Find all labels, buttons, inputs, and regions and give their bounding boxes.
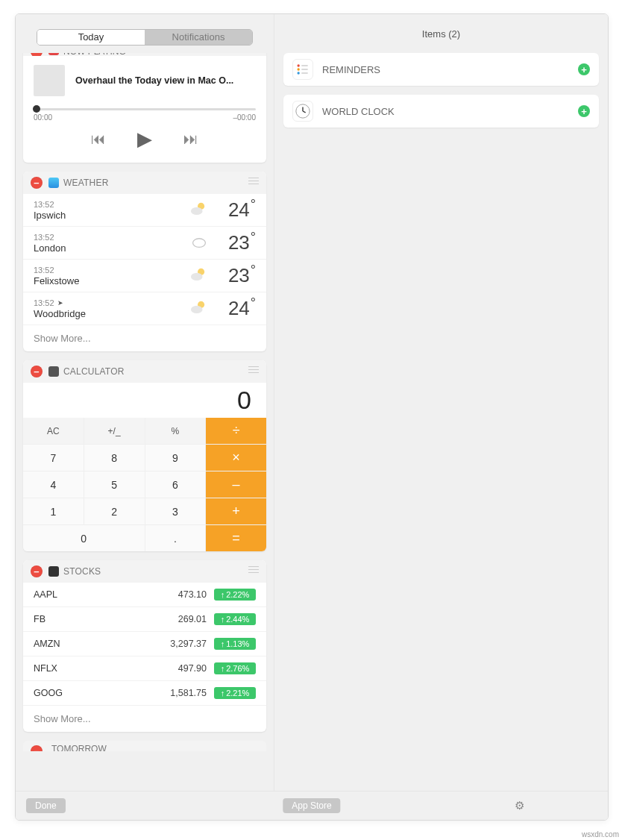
tomorrow-title: TOMORROW [51,744,107,751]
calc-key-7[interactable]: 7 [23,445,84,471]
weather-city: London [34,242,187,254]
remove-icon[interactable] [31,53,43,56]
stock-change-badge: ↑1.13% [214,638,256,650]
available-item-reminders[interactable]: REMINDERS + [283,53,599,86]
calc-key-percent[interactable]: % [145,418,206,444]
calculator-title: CALCULATOR [63,366,125,377]
location-icon: ➤ [57,299,63,307]
calc-key-add[interactable]: + [206,498,266,524]
stock-row[interactable]: NFLX 497.90 ↑2.76% [23,656,266,681]
items-title: Items (2) [274,14,608,53]
show-more-button[interactable]: Show More... [23,325,266,351]
svg-point-1 [191,207,203,215]
stock-price: 473.10 [154,589,207,600]
remove-icon[interactable] [31,565,43,577]
stock-row[interactable]: AAPL 473.10 ↑2.22% [23,583,266,607]
calc-key-subtract[interactable]: – [206,471,266,498]
stock-price: 269.01 [154,614,207,624]
svg-point-2 [193,239,206,248]
weather-time: 13:52 [34,266,187,275]
weather-time: 13:52 ➤ [34,298,187,307]
calculator-icon [48,366,59,377]
stock-change-badge: ↑2.44% [214,613,256,625]
remove-icon[interactable] [31,177,43,189]
notification-center-window: Today Notifications NOW PLAYING [15,13,609,821]
weather-row[interactable]: 13:52 Ipswich 24° [23,194,266,227]
weather-row[interactable]: 13:52 Felixstowe 23° [23,260,266,292]
stock-row[interactable]: GOOG 1,581.75 ↑2.21% [23,681,266,706]
up-arrow-icon: ↑ [221,689,225,698]
play-icon[interactable]: ▶ [137,128,152,151]
calc-key-5[interactable]: 5 [84,471,145,498]
calc-key-multiply[interactable]: × [206,445,266,471]
stock-symbol: FB [34,614,154,624]
calc-key-ac[interactable]: AC [23,418,84,444]
add-icon[interactable]: + [578,63,590,75]
svg-point-6 [191,306,203,313]
weather-row[interactable]: 13:52 ➤ Woodbridge 24° [23,292,266,325]
drag-handle-icon[interactable] [248,366,259,375]
calculator-header: CALCULATOR [23,360,266,383]
partly-cloudy-icon [187,200,211,220]
album-art [34,65,65,96]
drag-handle-icon[interactable] [248,53,259,55]
stock-row[interactable]: FB 269.01 ↑2.44% [23,607,266,632]
calc-key-2[interactable]: 2 [84,498,145,524]
now-playing-widget: NOW PLAYING Overhaul the Today view in M… [23,53,266,163]
stock-change-badge: ↑2.76% [214,662,256,674]
stock-change-badge: ↑2.22% [214,589,256,601]
stock-row[interactable]: AMZN 3,297.37 ↑1.13% [23,632,266,656]
weather-time: 13:52 [34,200,187,209]
drag-handle-icon[interactable] [248,566,259,575]
forward-icon[interactable]: ⏭ [183,131,198,148]
stock-symbol: GOOG [34,688,154,698]
cloud-icon [187,233,211,253]
remove-icon[interactable] [31,745,43,751]
scrubber-knob-icon[interactable] [33,105,40,113]
calc-key-0[interactable]: 0 [23,525,145,551]
calc-key-equals[interactable]: = [206,525,266,551]
widgets-scroll[interactable]: NOW PLAYING Overhaul the Today view in M… [16,53,274,791]
show-more-button[interactable]: Show More... [23,706,266,732]
calc-key-1[interactable]: 1 [23,498,84,524]
playback-slider[interactable] [34,108,256,110]
app-store-button[interactable]: App Store [283,798,340,813]
weather-temp: 24° [216,297,256,320]
calc-key-dot[interactable]: . [145,525,206,551]
weather-temp: 24° [216,198,256,222]
add-icon[interactable]: + [578,105,590,117]
tab-today[interactable]: Today [37,30,145,45]
available-item-label: WORLD CLOCK [322,106,395,117]
calc-key-3[interactable]: 3 [145,498,206,524]
remove-icon[interactable] [31,366,43,377]
weather-temp: 23° [216,231,256,254]
calc-key-9[interactable]: 9 [145,445,206,471]
weather-icon [48,178,59,188]
rewind-icon[interactable]: ⏮ [91,131,106,148]
done-button[interactable]: Done [26,798,66,813]
available-item-label: REMINDERS [322,64,380,75]
up-arrow-icon: ↑ [221,639,225,648]
calc-key-8[interactable]: 8 [84,445,145,471]
stock-price: 497.90 [154,663,207,674]
track-name: Overhaul the Today view in Mac O... [75,75,233,86]
weather-widget: WEATHER 13:52 Ipswich 24° [23,172,266,351]
stock-symbol: AMZN [34,639,154,649]
calc-key-divide[interactable]: ÷ [206,418,266,444]
calc-key-plusminus[interactable]: +/_ [84,418,145,444]
tab-notifications[interactable]: Notifications [145,30,252,45]
available-item-worldclock[interactable]: WORLD CLOCK + [283,95,599,128]
time-elapsed: 00:00 [34,113,52,122]
calculator-widget: CALCULATOR 0 AC +/_ % ÷ 7 8 9 × 4 [23,360,266,551]
now-playing-header: NOW PLAYING [23,53,266,56]
gear-icon[interactable]: ⚙ [515,799,524,812]
drag-handle-icon[interactable] [248,178,259,187]
stock-symbol: NFLX [34,663,154,674]
calc-key-4[interactable]: 4 [23,471,84,498]
calc-key-6[interactable]: 6 [145,471,206,498]
weather-row[interactable]: 13:52 London 23° [23,227,266,260]
up-arrow-icon: ↑ [221,615,225,624]
weather-city: Felixstowe [34,275,187,286]
music-icon [48,53,59,55]
up-arrow-icon: ↑ [221,664,225,673]
